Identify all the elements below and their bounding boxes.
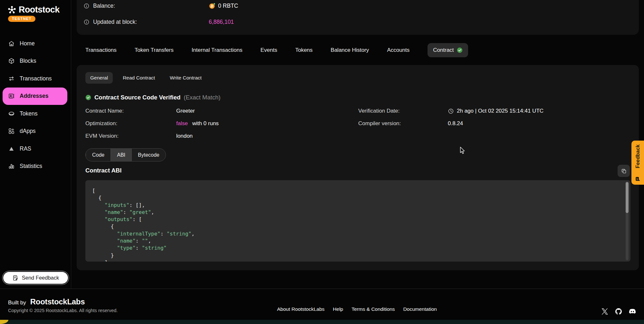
logo-text: Rootstock xyxy=(19,5,60,15)
footer-social xyxy=(601,308,636,315)
tab-token-transfers[interactable]: Token Transfers xyxy=(135,47,174,53)
footer-link-about-rootstocklabs[interactable]: About RootstockLabs xyxy=(277,306,324,312)
tab-tokens[interactable]: Tokens xyxy=(295,47,312,53)
code-toggle-label: Code xyxy=(92,152,104,158)
tab-accounts[interactable]: Accounts xyxy=(387,47,409,53)
evm-version-value: london xyxy=(176,133,358,139)
subtab-general[interactable]: General xyxy=(85,72,113,84)
sidebar: Rootstock TESTNET Home Blocks Transactio… xyxy=(0,0,71,289)
verification-date-label: Verification Date: xyxy=(358,108,448,114)
updated-block-value[interactable]: 6,886,101 xyxy=(209,19,234,25)
contract-details: Contract Name: Greeter Verification Date… xyxy=(85,108,633,139)
sidebar-item-tokens[interactable]: Tokens xyxy=(3,105,67,123)
feedback-form-icon xyxy=(12,275,19,281)
discord-icon xyxy=(629,308,636,315)
optimization-flag: false xyxy=(176,120,188,127)
code-scrollbar-thumb[interactable] xyxy=(626,182,629,213)
verification-date-value: 2h ago | Oct 02 2025 15:14:41 UTC xyxy=(448,108,633,114)
subtab-read-contract[interactable]: Read Contract xyxy=(118,72,160,84)
testnet-badge: TESTNET xyxy=(8,16,35,22)
footer-link-label: About RootstockLabs xyxy=(277,306,324,312)
contract-panel: General Read Contract Write Contract Con… xyxy=(77,65,639,270)
ras-icon xyxy=(8,145,15,152)
optimization-label: Optimization: xyxy=(85,120,176,127)
x-icon xyxy=(601,308,609,315)
compiler-version-value: 0.8.24 xyxy=(448,120,633,127)
github-icon xyxy=(615,308,622,315)
code-toggle-abi[interactable]: ABI xyxy=(111,149,131,161)
rbtc-coin-icon: ₿ xyxy=(209,3,216,9)
subtab-label: General xyxy=(90,75,108,80)
home-icon xyxy=(8,40,15,47)
verified-banner: Contract Source Code Verified (Exact Mat… xyxy=(85,94,220,101)
code-toggle-label: Bytecode xyxy=(138,152,159,158)
rootstock-logo-icon xyxy=(7,5,17,15)
sidebar-item-label: Home xyxy=(20,40,35,47)
feedback-tab-label: Feedback xyxy=(635,144,641,168)
tab-contract[interactable]: Contract xyxy=(428,43,468,57)
tab-label: Tokens xyxy=(295,47,312,53)
footer-link-documentation[interactable]: Documentation xyxy=(403,306,437,312)
verified-check-icon xyxy=(457,47,463,53)
send-feedback-label: Send Feedback xyxy=(22,275,59,281)
feedback-bubble-icon xyxy=(635,176,641,182)
contract-subtabs: General Read Contract Write Contract xyxy=(85,72,207,84)
contract-name-value: Greeter xyxy=(176,108,358,114)
social-discord-icon[interactable] xyxy=(629,308,636,315)
footer-link-terms-conditions[interactable]: Terms & Conditions xyxy=(351,306,395,312)
social-github-icon[interactable] xyxy=(615,308,622,315)
tab-balance-history[interactable]: Balance History xyxy=(331,47,369,53)
code-view-toggle: Code ABI Bytecode xyxy=(85,148,166,162)
address-summary-card: Balance: ₿ 0 RBTC Updated at block: 6,88… xyxy=(77,0,639,35)
sidebar-item-statistics[interactable]: Statistics xyxy=(3,158,67,175)
tab-label: Transactions xyxy=(85,47,117,53)
balance-value: ₿ 0 RBTC xyxy=(209,3,238,9)
code-toggle-bytecode[interactable]: Bytecode xyxy=(131,149,166,161)
sidebar-item-label: Statistics xyxy=(20,163,42,170)
sidebar-item-addresses[interactable]: Addresses xyxy=(3,88,67,105)
social-x-icon[interactable] xyxy=(601,308,609,315)
balance-row: Balance: ₿ 0 RBTC xyxy=(83,1,632,10)
footer-link-label: Help xyxy=(333,306,343,312)
sidebar-item-label: RAS xyxy=(20,145,31,152)
sidebar-item-label: Blocks xyxy=(20,58,36,64)
tab-label: Internal Transactions xyxy=(192,47,243,53)
built-by-text: Built by xyxy=(8,300,26,306)
sidebar-item-label: Tokens xyxy=(20,110,37,117)
updated-block-label: Updated at block: xyxy=(93,19,137,25)
contract-name-label: Contract Name: xyxy=(85,108,176,114)
footer: Built by RootstockLabs Copyright © 2025 … xyxy=(0,289,644,320)
copy-abi-button[interactable] xyxy=(618,165,630,177)
info-icon[interactable] xyxy=(83,3,90,9)
addresses-icon xyxy=(8,93,15,99)
footer-brand-block: Built by RootstockLabs Copyright © 2025 … xyxy=(8,297,118,313)
tab-label: Balance History xyxy=(331,47,369,53)
sidebar-nav: Home Blocks Transactions Addresses Token… xyxy=(3,35,67,175)
sidebar-item-dapps[interactable]: dApps xyxy=(3,123,67,140)
feedback-side-tab[interactable]: Feedback xyxy=(631,141,644,185)
copyright-text: Copyright © 2025 RootstockLabs. All righ… xyxy=(8,308,118,313)
abi-code-block[interactable]: [ { "inputs": [], "name": "greet", "outp… xyxy=(85,180,630,262)
sidebar-item-label: Transactions xyxy=(20,75,52,82)
tab-transactions[interactable]: Transactions xyxy=(85,47,117,53)
sidebar-item-home[interactable]: Home xyxy=(3,35,67,52)
footer-link-label: Documentation xyxy=(403,306,437,312)
sidebar-item-blocks[interactable]: Blocks xyxy=(3,52,67,70)
rootstock-logo[interactable]: Rootstock xyxy=(7,5,60,15)
abi-section-title: Contract ABI xyxy=(85,167,121,174)
optimization-value: false with 0 runs xyxy=(176,120,358,127)
rootstocklabs-wordmark[interactable]: RootstockLabs xyxy=(30,297,85,306)
sidebar-item-label: dApps xyxy=(20,128,36,134)
next-section-corner xyxy=(0,320,8,324)
send-feedback-button[interactable]: Send Feedback xyxy=(3,272,68,284)
code-toggle-code[interactable]: Code xyxy=(86,149,111,161)
footer-link-help[interactable]: Help xyxy=(333,306,343,312)
sidebar-item-transactions[interactable]: Transactions xyxy=(3,70,67,88)
updated-block-row: Updated at block: 6,886,101 xyxy=(83,17,632,26)
info-icon[interactable] xyxy=(83,19,90,25)
sidebar-item-ras[interactable]: RAS xyxy=(3,140,67,158)
footer-links: About RootstockLabs Help Terms & Conditi… xyxy=(277,306,437,312)
tab-internal-transactions[interactable]: Internal Transactions xyxy=(192,47,243,53)
subtab-write-contract[interactable]: Write Contract xyxy=(165,72,207,84)
tab-events[interactable]: Events xyxy=(260,47,277,53)
